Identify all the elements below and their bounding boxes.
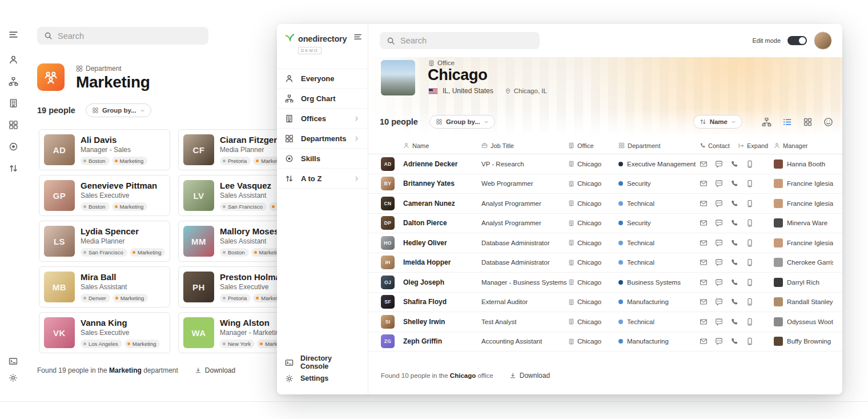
phone-icon[interactable] [730, 160, 738, 168]
table-row[interactable]: HO Hedley Oliver Database Administrator … [368, 233, 842, 253]
rail-offices-icon[interactable] [9, 98, 18, 108]
table-row[interactable]: OJ Oleg Joseph Manager - Business System… [368, 273, 842, 293]
email-icon[interactable] [700, 219, 708, 227]
phone-icon[interactable] [730, 179, 738, 187]
department-tag[interactable]: Marketing [124, 340, 160, 348]
office-tag[interactable]: Boston [220, 248, 249, 257]
rail-a-to-z-icon[interactable] [9, 163, 18, 173]
chat-icon[interactable] [715, 337, 723, 345]
phone-icon[interactable] [730, 298, 738, 306]
mobile-icon[interactable] [746, 219, 754, 227]
table-row[interactable]: SF Shafira Floyd External Auditor Chicag… [368, 293, 842, 313]
office-tag[interactable]: Los Angeles [81, 340, 122, 348]
mobile-icon[interactable] [746, 318, 754, 326]
department-tag[interactable]: Marketing [112, 202, 148, 211]
chat-icon[interactable] [715, 199, 723, 207]
office-tag[interactable]: Boston [81, 202, 110, 211]
phone-icon[interactable] [730, 337, 738, 345]
mobile-icon[interactable] [746, 278, 754, 286]
email-icon[interactable] [700, 337, 708, 345]
chat-icon[interactable] [715, 258, 723, 266]
email-icon[interactable] [700, 258, 708, 266]
table-row[interactable]: SI Shelley Irwin Test Analyst Chicago Te… [368, 312, 842, 332]
sidebar-item-departments[interactable]: Departments [277, 129, 368, 149]
phone-icon[interactable] [730, 278, 738, 286]
table-row[interactable]: ZG Zeph Griffin Accounting Assistant Chi… [368, 332, 842, 352]
office-tag[interactable]: Pretoria [220, 294, 251, 302]
list-view-icon[interactable] [782, 117, 792, 127]
rail-departments-icon[interactable] [9, 120, 18, 130]
office-tag[interactable]: San Francisco [81, 248, 127, 257]
sidebar-item-settings[interactable]: Settings [277, 370, 368, 386]
phone-icon[interactable] [730, 318, 738, 326]
office-tag[interactable]: Denver [81, 294, 110, 302]
mobile-icon[interactable] [746, 199, 754, 207]
table-row[interactable]: CN Cameran Nunez Analyst Programmer Chic… [368, 194, 842, 214]
header-department[interactable]: Department [618, 142, 700, 149]
header-office[interactable]: Office [568, 142, 618, 149]
phone-icon[interactable] [730, 219, 738, 227]
search-input[interactable] [400, 36, 533, 45]
mobile-icon[interactable] [746, 337, 754, 345]
chat-icon[interactable] [715, 219, 723, 227]
sidebar-menu-icon[interactable] [353, 33, 362, 41]
person-manager[interactable]: Odysseus Wooten [774, 317, 833, 326]
person-manager[interactable]: Minerva Ware [774, 218, 833, 228]
rail-org-chart-icon[interactable] [9, 77, 18, 86]
org-chart-view-icon[interactable] [762, 117, 771, 127]
rail-everyone-icon[interactable] [9, 55, 18, 65]
phone-icon[interactable] [730, 258, 738, 266]
office-tag[interactable]: Boston [81, 157, 110, 165]
department-tag[interactable]: Marketing [130, 248, 165, 257]
table-row[interactable]: AD Adrienne Decker VP - Research Chicago… [368, 154, 842, 174]
rail-directory-console-icon[interactable] [9, 357, 18, 366]
mobile-icon[interactable] [746, 160, 754, 168]
sidebar-item-org-chart[interactable]: Org Chart [277, 89, 368, 109]
department-tag[interactable]: Marketing [112, 294, 148, 302]
group-by-button[interactable]: Group by... [429, 115, 495, 129]
header-job-title[interactable]: Job Title [481, 142, 568, 149]
phone-icon[interactable] [730, 239, 738, 247]
grid-view-icon[interactable] [803, 117, 813, 127]
skills-view-icon[interactable] [823, 117, 833, 127]
download-link[interactable]: Download [509, 372, 550, 380]
email-icon[interactable] [700, 239, 708, 247]
group-by-button[interactable]: Group by... [86, 103, 151, 117]
phone-icon[interactable] [730, 199, 738, 207]
email-icon[interactable] [700, 318, 708, 326]
person-manager[interactable]: Hanna Booth [774, 159, 833, 169]
person-card[interactable]: VK Vanna King Sales Executive Los Angele… [39, 312, 170, 353]
user-avatar[interactable] [814, 31, 832, 50]
email-icon[interactable] [700, 179, 708, 187]
chat-icon[interactable] [715, 160, 723, 168]
office-tag[interactable]: Pretoria [220, 157, 251, 165]
sidebar-item-offices[interactable]: Offices [277, 109, 368, 129]
search-bar[interactable] [380, 32, 540, 49]
sort-button[interactable]: Name [693, 115, 742, 129]
chat-icon[interactable] [715, 239, 723, 247]
sidebar-item-skills[interactable]: Skills [277, 149, 368, 169]
chat-icon[interactable] [715, 278, 723, 286]
email-icon[interactable] [700, 298, 708, 306]
header-contact[interactable]: Contact [700, 142, 730, 149]
menu-icon[interactable] [9, 30, 18, 39]
download-link[interactable]: Download [195, 366, 235, 374]
chat-icon[interactable] [715, 298, 723, 306]
header-manager[interactable]: Manager [774, 142, 833, 149]
person-manager[interactable]: Randall Stanley [774, 297, 833, 306]
table-row[interactable]: IH Imelda Hopper Database Administrator … [368, 253, 842, 273]
rail-settings-icon[interactable] [9, 373, 18, 382]
sidebar-item-a-to-z[interactable]: A to Z [277, 169, 368, 189]
table-row[interactable]: BY Britanney Yates Web Programmer Chicag… [368, 174, 842, 194]
mobile-icon[interactable] [746, 239, 754, 247]
person-card[interactable]: LS Lydia Spencer Media Planner San Franc… [39, 221, 170, 262]
search-input[interactable] [58, 31, 202, 41]
person-manager[interactable]: Cherokee Garrison [774, 258, 833, 267]
table-row[interactable]: DP Dalton Pierce Analyst Programmer Chic… [368, 214, 842, 234]
person-card[interactable]: GP Genevieve Pittman Sales Executive Bos… [39, 175, 170, 216]
sidebar-item-everyone[interactable]: Everyone [277, 69, 368, 89]
email-icon[interactable] [700, 278, 708, 286]
mobile-icon[interactable] [746, 258, 754, 266]
header-name[interactable]: Name [403, 142, 481, 149]
rail-skills-icon[interactable] [9, 142, 18, 151]
